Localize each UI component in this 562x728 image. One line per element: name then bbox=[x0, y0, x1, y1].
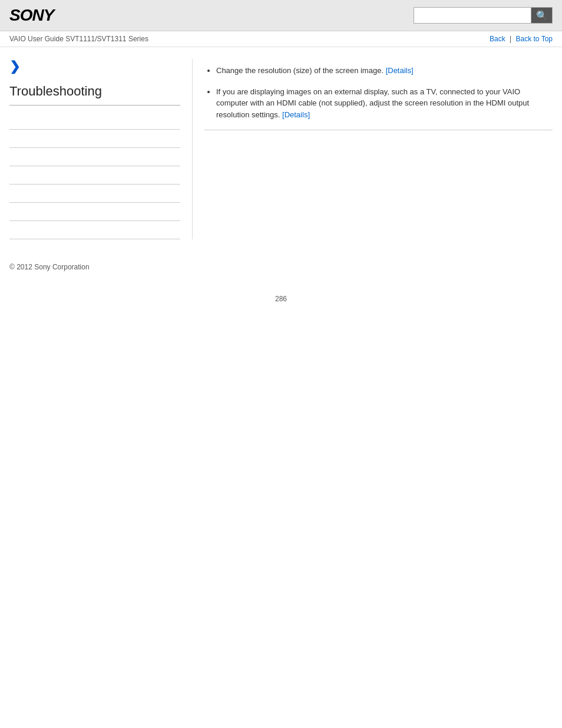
search-input[interactable] bbox=[414, 7, 531, 24]
header: SONY 🔍 bbox=[0, 0, 562, 31]
sony-logo: SONY bbox=[9, 6, 54, 25]
guide-title: VAIO User Guide SVT1111/SVT1311 Series bbox=[9, 35, 148, 43]
chevron-icon: ❯ bbox=[9, 59, 180, 74]
main-content: ❯ Troubleshooting Change the resolution … bbox=[0, 47, 562, 251]
content-area: Change the resolution (size) of the scre… bbox=[192, 59, 553, 239]
list-item: If you are displaying images on an exter… bbox=[216, 86, 553, 121]
back-to-top-link[interactable]: Back to Top bbox=[516, 35, 553, 43]
search-button[interactable]: 🔍 bbox=[531, 7, 553, 24]
sidebar-title: Troubleshooting bbox=[9, 84, 180, 106]
content-list: Change the resolution (size) of the scre… bbox=[204, 65, 553, 120]
item-2-details-link[interactable]: [Details] bbox=[282, 110, 310, 119]
sidebar-link-4[interactable] bbox=[9, 166, 180, 185]
sidebar: ❯ Troubleshooting bbox=[9, 59, 192, 239]
nav-bar: VAIO User Guide SVT1111/SVT1311 Series B… bbox=[0, 31, 562, 47]
nav-separator: | bbox=[510, 35, 511, 43]
sidebar-nav bbox=[9, 111, 180, 239]
nav-links: Back | Back to Top bbox=[490, 35, 553, 43]
item-1-details-link[interactable]: [Details] bbox=[386, 66, 414, 75]
page-number: 286 bbox=[0, 283, 562, 315]
item-2-text: If you are displaying images on an exter… bbox=[216, 87, 529, 119]
back-link[interactable]: Back bbox=[490, 35, 505, 43]
sidebar-link-7[interactable] bbox=[9, 221, 180, 239]
sidebar-link-6[interactable] bbox=[9, 203, 180, 221]
search-icon: 🔍 bbox=[536, 10, 548, 21]
content-divider bbox=[204, 130, 553, 130]
sidebar-link-3[interactable] bbox=[9, 148, 180, 166]
footer-copyright: © 2012 Sony Corporation bbox=[0, 251, 562, 283]
sidebar-link-5[interactable] bbox=[9, 185, 180, 203]
sidebar-link-1[interactable] bbox=[9, 111, 180, 130]
item-1-text: Change the resolution (size) of the scre… bbox=[216, 66, 384, 75]
search-area: 🔍 bbox=[414, 7, 553, 24]
list-item: Change the resolution (size) of the scre… bbox=[216, 65, 553, 77]
sidebar-link-2[interactable] bbox=[9, 130, 180, 148]
copyright-text: © 2012 Sony Corporation bbox=[9, 263, 90, 271]
